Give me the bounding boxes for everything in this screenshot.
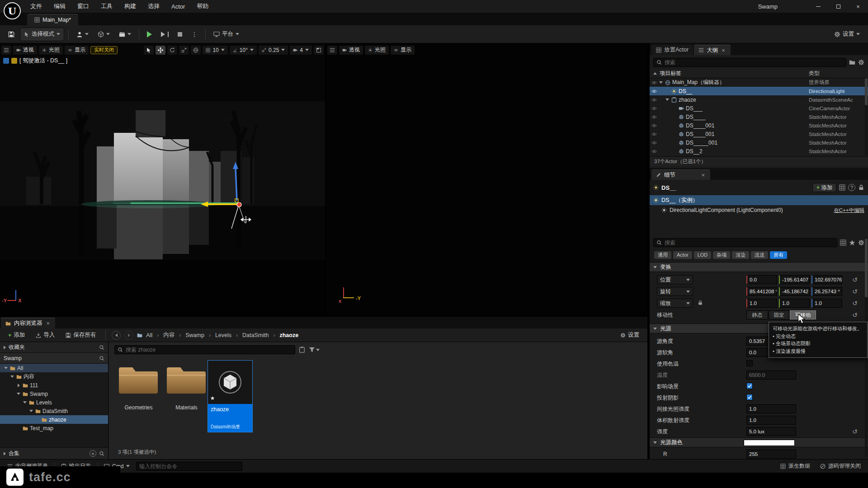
temperature-field[interactable]: 6500.0	[746, 371, 796, 380]
copy-path-icon[interactable]	[299, 347, 305, 353]
location-z-field[interactable]: 102.697076	[811, 275, 842, 284]
nav-forward-button[interactable]	[124, 331, 133, 340]
rotation-y-field[interactable]: -45.186742 °	[779, 287, 810, 296]
tab-place-actors[interactable]: 放置Actor	[651, 45, 693, 55]
reset-icon[interactable]: ↺	[852, 300, 858, 307]
outliner-row[interactable]: DS___ CineCameraActor	[650, 104, 868, 113]
breadcrumb-all[interactable]: All	[146, 332, 152, 338]
close-icon[interactable]: ×	[46, 320, 51, 327]
location-x-field[interactable]: 0.0	[746, 275, 777, 284]
visibility-eye-icon[interactable]	[651, 80, 657, 85]
filter-rendering[interactable]: 渲染	[732, 251, 749, 259]
cast-shadows-checkbox[interactable]	[746, 394, 753, 400]
add-actor-button[interactable]	[73, 28, 92, 41]
blueprints-button[interactable]	[94, 28, 113, 41]
menu-actor[interactable]: Actor	[165, 0, 191, 13]
console-input-box[interactable]	[136, 462, 242, 471]
outliner-row[interactable]: DS____ StaticMeshActor	[650, 113, 868, 121]
visibility-eye-icon[interactable]	[651, 140, 657, 145]
reset-icon[interactable]: ↺	[852, 428, 858, 435]
maximize-viewport-button[interactable]	[314, 46, 324, 55]
search-icon[interactable]	[99, 451, 104, 456]
project-root-header[interactable]: Swamp	[0, 353, 108, 364]
scale-type-dropdown[interactable]: 缩放	[657, 299, 693, 308]
rotation-snap-control[interactable]: 10°	[230, 46, 257, 55]
viewport-options-menu[interactable]	[1, 46, 11, 55]
settings-menu[interactable]: 设置	[830, 28, 863, 41]
viewport-perspective-menu[interactable]: 透视	[13, 46, 37, 55]
viewport-options-menu[interactable]	[327, 46, 337, 55]
play-button[interactable]	[143, 28, 156, 41]
filter-general[interactable]: 通用	[654, 251, 671, 259]
reset-icon[interactable]: ↺	[852, 311, 858, 319]
breadcrumb-zhaoze[interactable]: zhaoze	[279, 332, 298, 338]
favorites-star-icon[interactable]	[849, 239, 855, 246]
platform-menu[interactable]: 平台	[210, 28, 243, 41]
outliner-search[interactable]	[653, 58, 846, 67]
menu-tools[interactable]: 工具	[95, 0, 118, 13]
cb-import-button[interactable]: 导入	[32, 330, 58, 341]
outliner-scrollbar[interactable]	[865, 78, 868, 155]
visibility-eye-icon[interactable]	[651, 114, 657, 120]
tab-content-browser[interactable]: 内容浏览器 ×	[1, 318, 55, 328]
affects-world-checkbox[interactable]	[746, 383, 753, 389]
source-control-button[interactable]: 源码管理关闭	[816, 460, 864, 473]
minimize-button[interactable]	[808, 0, 828, 13]
cb-save-all-button[interactable]: 保存所有	[62, 330, 99, 341]
use-temperature-checkbox[interactable]	[746, 360, 753, 366]
reset-icon[interactable]: ↺	[852, 288, 858, 295]
rotate-tool-button[interactable]	[167, 46, 177, 55]
section-light-color[interactable]: 光源颜色	[650, 437, 868, 447]
viewport-perspective-menu[interactable]: 透视	[339, 46, 363, 55]
intensity-field[interactable]: 5.0 lux	[746, 427, 796, 436]
menu-edit[interactable]: 编辑	[48, 0, 71, 13]
viewport-show-menu[interactable]: 显示	[65, 46, 89, 55]
editor-mode-select[interactable]: 选择模式	[20, 28, 64, 41]
asset-folder-materials[interactable]	[167, 363, 206, 397]
favorites-header[interactable]: 收藏夹	[0, 342, 108, 353]
help-icon[interactable]: ?	[848, 184, 855, 191]
derived-data-button[interactable]: 派生数据	[777, 460, 814, 473]
unreal-logo[interactable]: U	[4, 2, 21, 19]
indirect-intensity-field[interactable]: 1.0	[746, 404, 796, 413]
tree-row-content[interactable]: 内容	[0, 372, 108, 381]
maximize-button[interactable]	[828, 0, 848, 13]
scale-z-field[interactable]: 1.0	[811, 299, 842, 308]
menu-build[interactable]: 构建	[118, 0, 142, 13]
viewport-lit-menu[interactable]: 光照	[39, 46, 63, 55]
close-button[interactable]: ×	[848, 0, 868, 13]
menu-help[interactable]: 帮助	[191, 0, 214, 13]
tree-row-zhaoze[interactable]: zhaoze	[0, 415, 108, 424]
location-y-field[interactable]: -195.61407	[779, 275, 810, 284]
new-folder-icon[interactable]	[849, 59, 855, 66]
filter-streaming[interactable]: 流送	[751, 251, 768, 259]
visibility-eye-icon[interactable]	[651, 123, 657, 128]
details-view-options-icon[interactable]	[840, 239, 846, 246]
collections-header[interactable]: 合集 +	[0, 447, 108, 459]
cb-settings-button[interactable]: 设置	[617, 330, 643, 341]
viewport-lit-menu[interactable]: 光照	[365, 46, 389, 55]
filter-actor[interactable]: Actor	[673, 251, 692, 259]
world-local-toggle[interactable]	[191, 46, 201, 55]
details-settings-gear-icon[interactable]	[858, 239, 864, 246]
viewport-show-menu[interactable]: 显示	[391, 46, 415, 55]
add-collection-icon[interactable]: +	[90, 450, 96, 457]
rotation-x-field[interactable]: 85.441208 °	[746, 287, 777, 296]
asset-search[interactable]	[114, 345, 295, 354]
stop-button[interactable]	[174, 28, 186, 41]
visibility-eye-icon[interactable]	[651, 131, 657, 137]
breadcrumb-content[interactable]: 内容	[163, 331, 175, 339]
asset-folder-label[interactable]: Materials	[165, 404, 208, 411]
asset-filter-button[interactable]	[309, 347, 320, 353]
select-tool-button[interactable]	[144, 46, 154, 55]
rotation-type-dropdown[interactable]: 旋转	[657, 287, 693, 296]
filter-all[interactable]: 所有	[770, 251, 787, 259]
outliner-row[interactable]: DS__2 StaticMeshActor	[650, 147, 868, 155]
search-icon[interactable]	[99, 345, 104, 350]
breadcrumb-swamp[interactable]: Swamp	[185, 332, 204, 338]
asset-folder-label[interactable]: Geometries	[117, 404, 160, 411]
visibility-eye-icon[interactable]	[651, 97, 657, 103]
filter-lod[interactable]: LOD	[694, 251, 712, 259]
close-icon[interactable]: ×	[700, 172, 706, 178]
tab-main-map[interactable]: Main_Map*	[27, 14, 78, 25]
